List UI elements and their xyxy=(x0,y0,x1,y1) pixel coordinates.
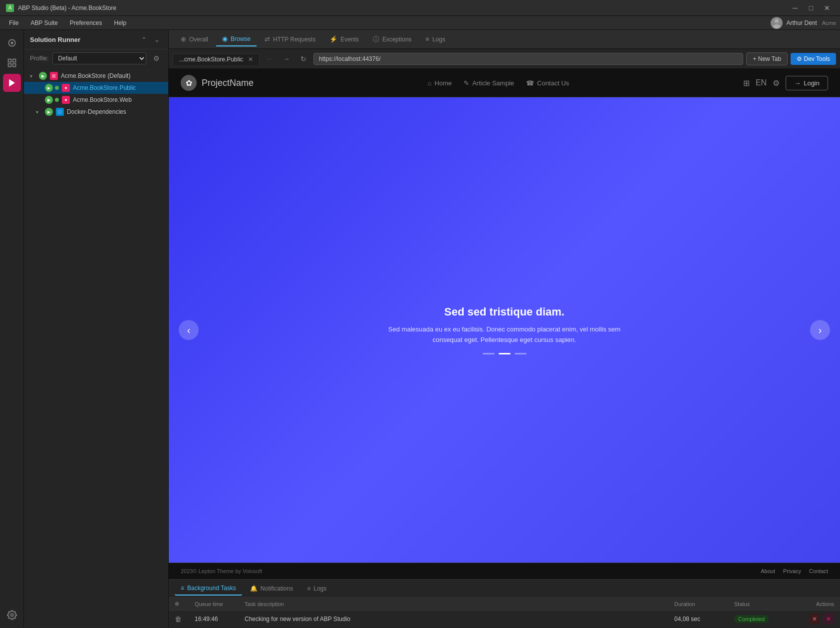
menu-abpsuite[interactable]: ABP Suite xyxy=(25,17,62,28)
forward-button[interactable]: → xyxy=(280,52,293,66)
browser-tab-label: ...cme.BookStore.Public xyxy=(179,56,243,63)
back-button[interactable]: ← xyxy=(263,52,277,66)
login-icon: → xyxy=(794,79,801,87)
slider-next-button[interactable]: › xyxy=(810,320,830,340)
maximize-button[interactable]: □ xyxy=(804,1,818,15)
logs-icon: ≡ xyxy=(426,35,430,43)
logs-bottom-icon: ≡ xyxy=(307,585,310,592)
close-button[interactable]: ✕ xyxy=(820,1,834,15)
new-tab-button[interactable]: + New Tab xyxy=(746,52,788,65)
row-duration: 04,08 sec xyxy=(674,616,734,623)
site-nav-home[interactable]: ⌂ Home xyxy=(428,79,452,87)
site-logo: ✿ ProjectName xyxy=(181,75,254,91)
minimize-button[interactable]: ─ xyxy=(788,1,802,15)
footer-about[interactable]: About xyxy=(761,568,775,574)
footer-contact[interactable]: Contact xyxy=(809,568,828,574)
refresh-button[interactable]: ↻ xyxy=(296,52,310,66)
rail-dashboard-icon[interactable] xyxy=(3,54,21,72)
status-dot-web xyxy=(55,98,59,102)
footer-privacy[interactable]: Privacy xyxy=(783,568,801,574)
svg-rect-4 xyxy=(8,59,11,62)
tree-item-web[interactable]: ▶ ● Acme.BookStore.Web xyxy=(24,94,168,106)
rail-play-icon[interactable] xyxy=(3,74,21,92)
svg-point-3 xyxy=(10,42,13,44)
login-label: Login xyxy=(804,79,820,87)
tab-events[interactable]: ⚡ Events xyxy=(323,32,365,46)
rail-home-icon[interactable] xyxy=(3,34,21,52)
profile-select[interactable]: Default xyxy=(52,52,146,64)
tab-browse[interactable]: ◉ Browse xyxy=(216,32,257,46)
tab-notifications-label: Notifications xyxy=(261,585,293,592)
browser-content: ✿ ProjectName ⌂ Home ✎ Article Sample xyxy=(169,69,840,628)
hero-dot-2[interactable] xyxy=(499,353,511,354)
settings-icon[interactable]: ⚙ xyxy=(773,78,780,88)
svg-rect-7 xyxy=(12,64,15,67)
hero-dot-3[interactable] xyxy=(515,353,527,354)
contact-icon: ☎ xyxy=(526,79,534,87)
service-icon-web: ● xyxy=(62,96,70,104)
tab-browse-label: Browse xyxy=(231,35,251,42)
run-icon: ▶ xyxy=(45,96,53,104)
sidebar-collapse-icon[interactable]: ⌃ xyxy=(138,34,149,45)
address-bar-row: ...cme.BookStore.Public ✕ ← → ↻ + New Ta… xyxy=(169,49,840,69)
close-tab-icon[interactable]: ✕ xyxy=(248,56,253,63)
hero-dot-1[interactable] xyxy=(483,353,495,354)
main-layout: Solution Runner ⌃ ⌄ Profile: Default ⚙ ▾… xyxy=(0,30,840,628)
col-header-status: Status xyxy=(734,601,794,607)
tab-logs[interactable]: ≡ Logs xyxy=(420,32,452,46)
titlebar-controls: ─ □ ✕ xyxy=(788,1,834,15)
menu-file[interactable]: File xyxy=(4,17,23,28)
site-nav: ⌂ Home ✎ Article Sample ☎ Contact Us xyxy=(428,79,569,87)
tab-bottom-logs[interactable]: ≡ Logs xyxy=(301,582,332,595)
slider-prev-button[interactable]: ‹ xyxy=(179,320,199,340)
browser-tabs: ...cme.BookStore.Public ✕ xyxy=(173,53,260,64)
tree-item-public[interactable]: ▶ ● Acme.BookStore.Public xyxy=(24,82,168,94)
project-icon: ⊞ xyxy=(50,72,58,80)
tree-item-root[interactable]: ▾ ▶ ⊞ Acme.BookStore (Default) xyxy=(24,70,168,82)
stop-icon[interactable]: ⊗ xyxy=(175,601,179,607)
hero-slider: ‹ Sed sed tristique diam. Sed malesuada … xyxy=(169,97,840,563)
tree-root-label: Acme.BookStore (Default) xyxy=(61,72,130,79)
profile-settings-icon[interactable]: ⚙ xyxy=(150,52,162,64)
table-row: 🗑 16:49:46 Checking for new version of A… xyxy=(169,611,840,628)
trash-icon[interactable]: 🗑 xyxy=(175,615,182,623)
site-nav-article[interactable]: ✎ Article Sample xyxy=(464,79,514,87)
browser-tab-public[interactable]: ...cme.BookStore.Public ✕ xyxy=(173,53,260,65)
docker-icon: ⬡ xyxy=(56,108,64,116)
cancel-task-button[interactable]: ✕ xyxy=(809,614,820,625)
tab-notifications[interactable]: 🔔 Notifications xyxy=(244,582,299,595)
row-actions: ✕ ✕ xyxy=(794,614,834,625)
tab-background-tasks[interactable]: ≡ Background Tasks xyxy=(175,582,242,596)
delete-task-button[interactable]: ✕ xyxy=(823,614,834,625)
tab-bottom-logs-label: Logs xyxy=(313,585,326,592)
lang-selector[interactable]: EN xyxy=(756,78,767,87)
col-header-duration: Duration xyxy=(674,601,734,607)
menu-help[interactable]: Help xyxy=(109,17,132,28)
run-icon: ▶ xyxy=(45,84,53,92)
svg-point-9 xyxy=(10,614,13,617)
tab-overall[interactable]: ⊕ Overall xyxy=(175,32,214,46)
events-icon: ⚡ xyxy=(329,35,337,43)
tab-http-requests[interactable]: ⇄ HTTP Requests xyxy=(259,32,321,46)
hero-content: Sed sed tristique diam. Sed malesuada eu… xyxy=(370,296,639,365)
sidebar-expand-icon[interactable]: ⌄ xyxy=(151,34,162,45)
service-icon-public: ● xyxy=(62,84,70,92)
site-nav-home-label: Home xyxy=(435,79,452,87)
chevron-down-icon: ▾ xyxy=(30,73,36,79)
login-button[interactable]: → Login xyxy=(786,76,828,90)
tree-public-label: Acme.BookStore.Public xyxy=(73,84,136,91)
tree-item-docker[interactable]: ▾ ▶ ⬡ Docker-Dependencies xyxy=(24,106,168,118)
app-icon: A xyxy=(6,4,14,12)
rail-settings-icon[interactable] xyxy=(3,606,21,624)
hero-dots xyxy=(380,353,629,354)
bottom-panel: ≡ Background Tasks 🔔 Notifications ≡ Log… xyxy=(169,579,840,628)
url-input[interactable] xyxy=(313,53,743,65)
devtools-button[interactable]: ⚙ Dev Tools xyxy=(791,53,836,65)
grid-icon[interactable]: ⊞ xyxy=(743,78,750,88)
titlebar: A ABP Studio (Beta) - Acme.BookStore ─ □… xyxy=(0,0,840,16)
tab-exceptions[interactable]: ⓘ Exceptions xyxy=(367,32,418,47)
col-header-queue: ⊗ xyxy=(175,601,195,607)
col-header-time: Queue time xyxy=(195,601,245,607)
site-nav-contact[interactable]: ☎ Contact Us xyxy=(526,79,569,87)
menu-preferences[interactable]: Preferences xyxy=(65,17,107,28)
